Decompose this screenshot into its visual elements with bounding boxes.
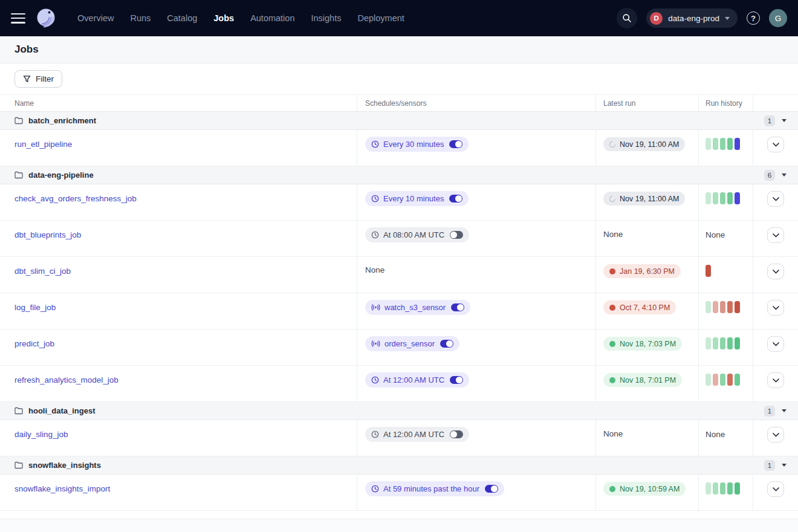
search-button[interactable] (617, 8, 637, 28)
chevron-down-icon (773, 487, 779, 491)
run-history-chip[interactable] (735, 337, 740, 349)
help-button[interactable]: ? (747, 11, 760, 25)
schedule-pill[interactable]: At 12:00 AM UTC (365, 427, 469, 442)
run-history-chip[interactable] (727, 337, 733, 349)
run-history-chip[interactable] (727, 192, 733, 204)
filter-button[interactable]: Filter (15, 70, 62, 88)
run-history-chip[interactable] (706, 192, 711, 204)
latest-run-pill[interactable]: Nov 19, 10:59 AM (603, 482, 686, 496)
run-failure-dot-icon (609, 305, 615, 311)
run-history-chip[interactable] (720, 138, 725, 150)
schedule-toggle-on[interactable] (449, 140, 462, 148)
job-link-dbt-blueprints[interactable]: dbt_blueprints_job (15, 230, 81, 239)
run-history-chip[interactable] (735, 192, 740, 204)
latest-run-pill[interactable]: Jan 19, 6:30 PM (603, 264, 681, 278)
schedule-toggle-off[interactable] (450, 231, 463, 239)
run-history-chip[interactable] (727, 301, 733, 313)
sensor-pill[interactable]: watch_s3_sensor (365, 300, 470, 315)
run-history-chip[interactable] (706, 374, 711, 386)
job-link-log-file[interactable]: log_file_job (15, 303, 56, 312)
nav-item-jobs[interactable]: Jobs (213, 13, 234, 23)
schedule-toggle-on[interactable] (450, 376, 463, 384)
sensor-toggle-on[interactable] (440, 340, 453, 348)
run-history-chip[interactable] (713, 482, 718, 495)
job-link-daily-sling[interactable]: daily_sling_job (15, 430, 68, 439)
row-expand-button[interactable] (767, 227, 784, 243)
group-row-hooli-data-ingest[interactable]: hooli_data_ingest 1 (0, 402, 798, 420)
run-history-chip[interactable] (727, 374, 733, 386)
group-collapse-caret-icon[interactable] (782, 409, 787, 412)
dagster-logo-icon[interactable] (34, 6, 58, 30)
schedule-toggle-off[interactable] (450, 430, 463, 438)
run-history-chip[interactable] (720, 482, 725, 495)
nav-item-runs[interactable]: Runs (130, 13, 151, 23)
run-history-chip[interactable] (727, 482, 733, 495)
run-history-chip[interactable] (735, 482, 740, 495)
group-row-data-eng-pipeline[interactable]: data-eng-pipeline 6 (0, 166, 798, 184)
schedule-pill[interactable]: At 08:00 AM UTC (365, 227, 469, 242)
nav-item-catalog[interactable]: Catalog (167, 13, 197, 23)
job-link-run-etl-pipeline[interactable]: run_etl_pipeline (15, 140, 72, 149)
run-history-chip[interactable] (735, 374, 740, 386)
sensor-pill[interactable]: orders_sensor (365, 336, 459, 351)
latest-run-pill[interactable]: Nov 18, 7:01 PM (603, 373, 682, 387)
latest-run-pill[interactable]: Nov 19, 11:00 AM (603, 137, 685, 151)
job-link-refresh-analytics-model[interactable]: refresh_analytics_model_job (15, 375, 118, 384)
latest-run-pill[interactable]: Nov 18, 7:03 PM (603, 337, 682, 351)
run-history-chip[interactable] (706, 265, 711, 277)
run-history-chip[interactable] (735, 138, 740, 150)
group-row-snowflake-insights[interactable]: snowflake_insights 1 (0, 456, 798, 475)
group-collapse-caret-icon[interactable] (782, 464, 787, 467)
row-expand-button[interactable] (767, 300, 784, 316)
run-history-chip[interactable] (713, 138, 718, 150)
schedule-pill[interactable]: At 59 minutes past the hour (365, 481, 504, 496)
latest-run-pill[interactable]: Oct 7, 4:10 PM (603, 300, 676, 314)
nav-item-overview[interactable]: Overview (77, 13, 114, 23)
filter-button-label: Filter (36, 74, 54, 83)
run-history-chip[interactable] (720, 337, 725, 349)
run-history-chip[interactable] (713, 337, 718, 349)
schedule-pill[interactable]: Every 10 minutes (365, 191, 469, 206)
row-expand-button[interactable] (767, 481, 784, 497)
run-history-chip[interactable] (720, 192, 725, 204)
run-success-dot-icon (609, 486, 615, 492)
run-history-chip[interactable] (706, 337, 711, 349)
schedule-pill[interactable]: At 12:00 AM UTC (365, 372, 469, 388)
job-link-predict[interactable]: predict_job (15, 339, 54, 348)
run-history-chip[interactable] (720, 374, 725, 386)
job-link-check-avg-orders-freshness[interactable]: check_avg_orders_freshness_job (15, 194, 137, 203)
nav-item-deployment[interactable]: Deployment (357, 13, 404, 23)
group-collapse-caret-icon[interactable] (782, 174, 787, 177)
run-history-chip[interactable] (713, 192, 718, 204)
nav-item-automation[interactable]: Automation (250, 13, 294, 23)
run-history-chip[interactable] (706, 301, 711, 313)
row-expand-button[interactable] (767, 427, 784, 443)
job-link-dbt-slim-ci[interactable]: dbt_slim_ci_job (15, 267, 71, 276)
row-expand-button[interactable] (767, 137, 784, 152)
menu-icon[interactable] (11, 13, 25, 24)
run-history (706, 337, 753, 349)
run-history-chip[interactable] (713, 374, 718, 386)
group-collapse-caret-icon[interactable] (782, 119, 787, 122)
row-expand-button[interactable] (767, 264, 784, 279)
row-expand-button[interactable] (767, 372, 784, 388)
job-link-snowflake-insights-import[interactable]: snowflake_insights_import (15, 484, 110, 493)
row-expand-button[interactable] (767, 191, 784, 207)
latest-run-pill[interactable]: Nov 19, 11:00 AM (603, 192, 685, 206)
run-history-chip[interactable] (706, 482, 711, 495)
schedule-pill[interactable]: Every 30 minutes (365, 137, 469, 152)
user-avatar[interactable]: G (769, 9, 787, 27)
row-expand-button[interactable] (767, 336, 784, 352)
group-row-batch-enrichment[interactable]: batch_enrichment 1 (0, 112, 798, 130)
deployment-switcher[interactable]: D data-eng-prod (646, 8, 738, 28)
nav-item-insights[interactable]: Insights (311, 13, 341, 23)
schedule-toggle-on[interactable] (449, 195, 462, 203)
schedule-toggle-on[interactable] (485, 485, 498, 493)
run-history-chip[interactable] (720, 301, 725, 313)
run-history-chip[interactable] (713, 301, 718, 313)
run-history-chip[interactable] (706, 138, 711, 150)
sensor-toggle-on[interactable] (451, 303, 464, 311)
run-history-chip[interactable] (727, 138, 733, 150)
chevron-down-icon (773, 143, 779, 147)
run-history-chip[interactable] (735, 301, 740, 313)
